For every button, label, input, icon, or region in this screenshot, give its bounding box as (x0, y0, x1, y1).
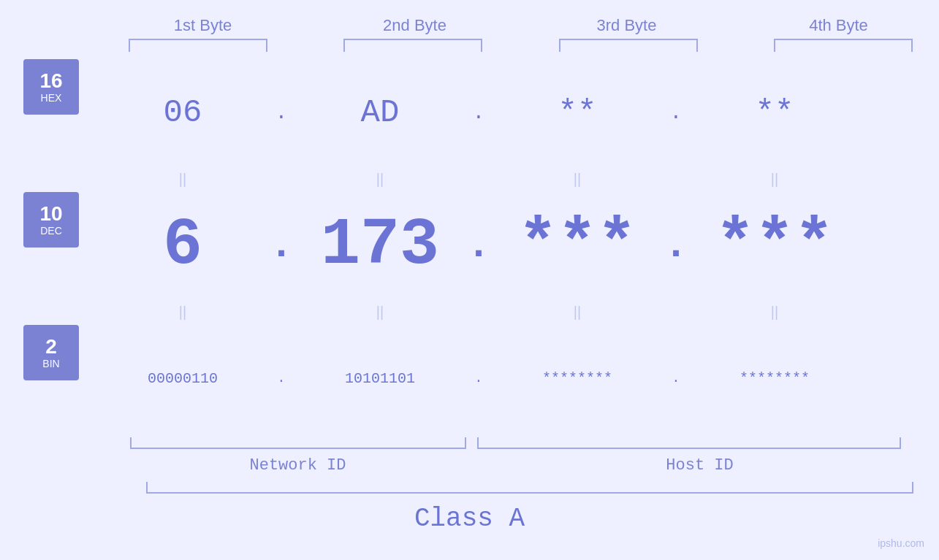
hex-dot1: . (263, 101, 300, 124)
bin-b3: ******** (497, 370, 658, 387)
bin-b2: 10101101 (300, 370, 460, 387)
dec-b4: *** (694, 208, 855, 283)
byte2-header: 2nd Byte (335, 16, 495, 35)
dec-label-slot: 10 DEC (0, 192, 102, 299)
hex-b2: AD (300, 94, 460, 131)
host-id-label: Host ID (477, 456, 923, 475)
dec-b1: 6 (102, 208, 263, 283)
dec-badge: 10 DEC (23, 192, 79, 248)
equals-row-1: || || || || (0, 169, 939, 189)
byte1-header: 1st Byte (123, 16, 284, 35)
dec-dot3: . (658, 223, 694, 269)
byte-headers: 1st Byte 2nd Byte 3rd Byte 4th Byte (119, 16, 923, 35)
dec-dot1: . (263, 223, 300, 269)
top-brackets (119, 39, 923, 52)
hex-dot3: . (658, 101, 694, 124)
hex-badge: 16 HEX (23, 59, 79, 115)
hex-b3: ** (497, 94, 658, 131)
bin-text: BIN (42, 358, 59, 369)
bin-label-slot: 2 BIN (0, 325, 102, 431)
bracket-2 (343, 39, 482, 52)
watermark: ipshu.com (878, 537, 924, 549)
equals-row-2: || || || || (0, 302, 939, 322)
hex-b1: 06 (102, 94, 263, 131)
bottom-bracket-row (119, 437, 923, 452)
bracket-3 (559, 39, 698, 52)
hex-dot2: . (460, 101, 497, 124)
bin-row: 2 BIN 00000110 . 10101101 . ******** . *… (0, 325, 939, 431)
byte4-header: 4th Byte (759, 16, 919, 35)
bin-dot3: . (658, 371, 694, 386)
full-bottom-bracket (146, 482, 913, 494)
dec-text: DEC (40, 225, 62, 237)
bin-cells: 00000110 . 10101101 . ******** . *******… (102, 370, 939, 387)
hex-text: HEX (41, 92, 62, 104)
main-container: 1st Byte 2nd Byte 3rd Byte 4th Byte 16 H… (0, 0, 939, 560)
network-bracket (130, 437, 466, 449)
hex-b4: ** (694, 94, 855, 131)
hex-cells: 06 . AD . ** . ** (102, 94, 939, 131)
dec-dot2: . (460, 223, 497, 269)
dec-b3: *** (497, 208, 658, 283)
id-labels: Network ID Host ID (119, 456, 923, 475)
dec-row: 10 DEC 6 . 173 . *** . *** (0, 192, 939, 299)
hex-row: 16 HEX 06 . AD . ** . ** (0, 59, 939, 166)
class-label: Class A (0, 504, 939, 534)
dec-num: 10 (39, 203, 62, 226)
eq-cells-1: || || || || (102, 171, 939, 188)
bin-dot1: . (263, 371, 300, 386)
host-bracket (477, 437, 901, 449)
hex-label-slot: 16 HEX (0, 59, 102, 166)
bracket-4 (774, 39, 913, 52)
bin-b1: 00000110 (102, 370, 263, 387)
byte3-header: 3rd Byte (547, 16, 707, 35)
dec-b2: 173 (300, 208, 460, 283)
bin-badge: 2 BIN (23, 325, 79, 380)
hex-num: 16 (39, 70, 62, 93)
bin-num: 2 (45, 336, 57, 358)
network-id-label: Network ID (119, 456, 477, 475)
bracket-1 (129, 39, 267, 52)
eq-cells-2: || || || || (102, 304, 939, 321)
bin-b4: ******** (694, 370, 855, 387)
bin-dot2: . (460, 371, 497, 386)
dec-cells: 6 . 173 . *** . *** (102, 208, 939, 283)
